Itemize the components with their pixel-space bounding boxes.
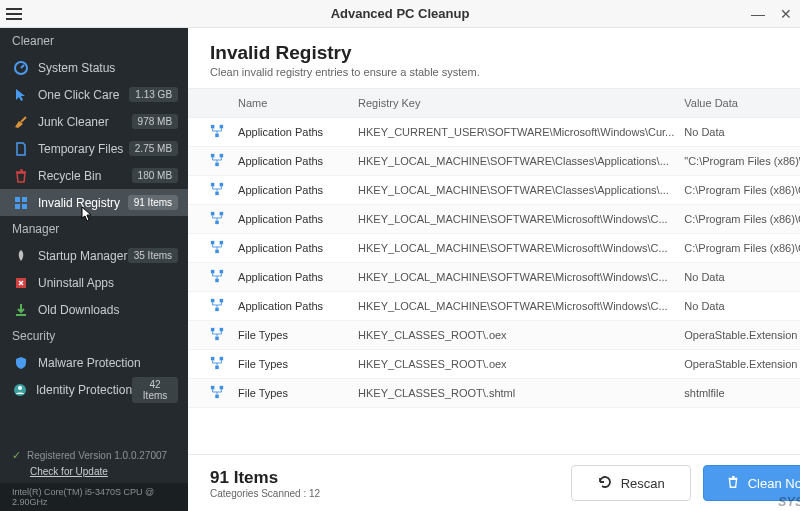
- categories-scanned: Categories Scanned : 12: [210, 488, 320, 499]
- identity-icon: [12, 382, 28, 398]
- row-key: HKEY_CLASSES_ROOT\.oex: [358, 358, 684, 370]
- row-name: Application Paths: [238, 126, 358, 138]
- svg-rect-16: [211, 182, 215, 186]
- row-value: No Data: [684, 271, 800, 283]
- page-title: Invalid Registry: [210, 42, 800, 64]
- row-key: HKEY_LOCAL_MACHINE\SOFTWARE\Microsoft\Wi…: [358, 271, 684, 283]
- svg-rect-25: [211, 269, 215, 273]
- svg-rect-19: [211, 211, 215, 215]
- svg-rect-38: [220, 385, 224, 389]
- table-row[interactable]: Application PathsHKEY_LOCAL_MACHINE\SOFT…: [188, 205, 800, 234]
- row-key: HKEY_LOCAL_MACHINE\SOFTWARE\Classes\Appl…: [358, 155, 684, 167]
- row-name: File Types: [238, 358, 358, 370]
- sidebar-item-uninstall-apps[interactable]: Uninstall Apps: [0, 269, 188, 296]
- svg-rect-30: [215, 307, 219, 311]
- sidebar-item-malware-protection[interactable]: Malware Protection: [0, 349, 188, 376]
- row-name: Application Paths: [238, 271, 358, 283]
- svg-rect-37: [211, 385, 215, 389]
- file-icon: [12, 141, 30, 157]
- sidebar-badge: 42 Items: [132, 377, 178, 403]
- sidebar-item-label: Malware Protection: [38, 356, 178, 370]
- row-value: C:\Program Files (x86)\CleverFile...: [684, 213, 800, 225]
- row-value: No Data: [684, 300, 800, 312]
- row-value: OperaStable.Extension: [684, 358, 800, 370]
- svg-rect-22: [211, 240, 215, 244]
- svg-rect-24: [215, 249, 219, 253]
- sidebar-item-temporary-files[interactable]: Temporary Files 2.75 MB: [0, 135, 188, 162]
- table-row[interactable]: Application PathsHKEY_LOCAL_MACHINE\SOFT…: [188, 263, 800, 292]
- titlebar: Advanced PC Cleanup — ✕: [0, 0, 800, 28]
- page-subtitle: Clean invalid registry entries to ensure…: [210, 66, 800, 78]
- table-row[interactable]: Application PathsHKEY_LOCAL_MACHINE\SOFT…: [188, 292, 800, 321]
- svg-rect-18: [215, 191, 219, 195]
- rescan-button[interactable]: Rescan: [571, 465, 691, 501]
- close-button[interactable]: ✕: [772, 0, 800, 28]
- main-pane: Invalid Registry Clean invalid registry …: [188, 28, 800, 511]
- sidebar-item-system-status[interactable]: System Status: [0, 54, 188, 81]
- svg-rect-10: [211, 124, 215, 128]
- registry-tree-icon: [210, 387, 224, 402]
- table-row[interactable]: File TypesHKEY_CLASSES_ROOT\.shtmlshtmlf…: [188, 379, 800, 408]
- sidebar-item-label: Temporary Files: [38, 142, 129, 156]
- sidebar-item-invalid-registry[interactable]: Invalid Registry 91 Items: [0, 189, 188, 216]
- registry-tree-icon: [210, 358, 224, 373]
- sidebar-section-cleaner: Cleaner: [0, 28, 188, 54]
- uninstall-icon: [12, 275, 30, 291]
- column-value: Value Data: [684, 97, 800, 109]
- rocket-icon: [12, 248, 30, 264]
- registry-tree-icon: [210, 213, 224, 228]
- sidebar: Cleaner System Status One Click Care 1.1…: [0, 28, 188, 511]
- download-icon: [12, 302, 30, 318]
- row-key: HKEY_LOCAL_MACHINE\SOFTWARE\Microsoft\Wi…: [358, 213, 684, 225]
- table-row[interactable]: File TypesHKEY_CLASSES_ROOT\.oexOperaSta…: [188, 321, 800, 350]
- refresh-icon: [597, 474, 613, 493]
- row-value: No Data: [684, 126, 800, 138]
- svg-line-2: [21, 117, 26, 122]
- svg-rect-13: [211, 153, 215, 157]
- row-name: Application Paths: [238, 300, 358, 312]
- svg-rect-39: [215, 394, 219, 398]
- sidebar-item-old-downloads[interactable]: Old Downloads: [0, 296, 188, 323]
- table-row[interactable]: Application PathsHKEY_LOCAL_MACHINE\SOFT…: [188, 234, 800, 263]
- svg-rect-33: [215, 336, 219, 340]
- svg-rect-35: [220, 356, 224, 360]
- row-name: Application Paths: [238, 242, 358, 254]
- hamburger-menu-icon[interactable]: [0, 0, 28, 28]
- registry-tree-icon: [210, 271, 224, 286]
- registry-tree-icon: [210, 300, 224, 315]
- table-body[interactable]: Application PathsHKEY_CURRENT_USER\SOFTW…: [188, 118, 800, 454]
- sidebar-badge: 180 MB: [132, 168, 178, 183]
- sidebar-item-recycle-bin[interactable]: Recycle Bin 180 MB: [0, 162, 188, 189]
- row-name: File Types: [238, 387, 358, 399]
- svg-rect-21: [215, 220, 219, 224]
- sidebar-item-identity-protection[interactable]: Identity Protection 42 Items: [0, 376, 188, 403]
- svg-rect-17: [220, 182, 224, 186]
- sidebar-item-junk-cleaner[interactable]: Junk Cleaner 978 MB: [0, 108, 188, 135]
- sidebar-badge: 2.75 MB: [129, 141, 178, 156]
- row-key: HKEY_CURRENT_USER\SOFTWARE\Microsoft\Win…: [358, 126, 684, 138]
- registry-tree-icon: [210, 242, 224, 257]
- row-value: C:\Program Files (x86)\CleverFile...: [684, 184, 800, 196]
- shield-icon: [12, 355, 30, 371]
- table-row[interactable]: Application PathsHKEY_CURRENT_USER\SOFTW…: [188, 118, 800, 147]
- svg-rect-34: [211, 356, 215, 360]
- sidebar-item-label: Old Downloads: [38, 303, 178, 317]
- svg-rect-5: [15, 204, 20, 209]
- sidebar-item-label: One Click Care: [38, 88, 129, 102]
- sidebar-item-label: Identity Protection: [36, 383, 132, 397]
- svg-rect-3: [15, 197, 20, 202]
- sidebar-footer: ✓ Registered Version 1.0.0.27007 Check f…: [0, 439, 188, 483]
- item-count: 91 Items: [210, 468, 320, 488]
- table-row[interactable]: Application PathsHKEY_LOCAL_MACHINE\SOFT…: [188, 176, 800, 205]
- minimize-button[interactable]: —: [744, 0, 772, 28]
- table-row[interactable]: Application PathsHKEY_LOCAL_MACHINE\SOFT…: [188, 147, 800, 176]
- broom-icon: [12, 114, 30, 130]
- sidebar-item-label: Junk Cleaner: [38, 115, 132, 129]
- registry-tree-icon: [210, 155, 224, 170]
- sidebar-item-startup-manager[interactable]: Startup Manager 35 Items: [0, 242, 188, 269]
- table-row[interactable]: File TypesHKEY_CLASSES_ROOT\.oexOperaSta…: [188, 350, 800, 379]
- sidebar-item-one-click-care[interactable]: One Click Care 1.13 GB: [0, 81, 188, 108]
- registry-icon: [12, 195, 30, 211]
- column-name: Name: [238, 97, 358, 109]
- check-for-update-link[interactable]: Check for Update: [30, 466, 176, 477]
